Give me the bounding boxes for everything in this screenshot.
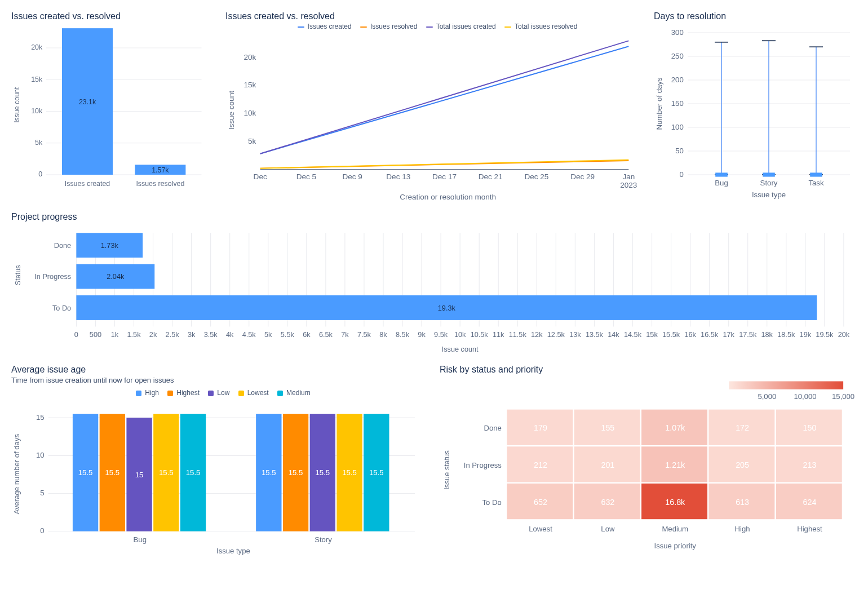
svg-text:3k: 3k [188,331,196,339]
svg-text:Dec 25: Dec 25 [524,172,548,181]
svg-text:Dec 13: Dec 13 [386,172,410,181]
svg-text:15.5: 15.5 [342,468,357,477]
svg-text:5k: 5k [248,137,256,145]
svg-text:11.5k: 11.5k [509,331,527,339]
svg-text:0: 0 [40,526,44,535]
svg-line-33 [260,46,629,153]
svg-text:14.5k: 14.5k [624,331,642,339]
svg-text:5,000: 5,000 [758,392,776,400]
svg-text:2.04k: 2.04k [107,273,125,281]
svg-text:18k: 18k [761,331,773,339]
svg-text:5.5k: 5.5k [281,331,295,339]
chart-title: Risk by status and priority [440,365,857,375]
chart-issues-line: Issue count 5k10k15k20k DecDec 5Dec 9Dec… [225,34,643,201]
svg-text:15.5: 15.5 [316,468,330,477]
panel-heatmap: Risk by status and priority 5,00010,0001… [440,365,857,555]
svg-text:Issue count: Issue count [227,91,236,130]
svg-text:15.5: 15.5 [105,468,120,477]
svg-text:2k: 2k [149,331,157,339]
svg-text:Lowest: Lowest [529,524,552,533]
svg-line-36 [260,160,629,169]
svg-text:15k: 15k [243,81,256,89]
svg-text:Status: Status [14,265,22,285]
svg-rect-66 [810,172,822,176]
svg-text:500: 500 [90,331,101,339]
svg-text:16.8k: 16.8k [665,497,685,506]
svg-text:2.5k: 2.5k [166,331,180,339]
svg-text:Dec 29: Dec 29 [570,172,595,181]
svg-text:15.5: 15.5 [369,468,384,477]
svg-text:Dec 17: Dec 17 [432,172,457,181]
svg-text:1.57k: 1.57k [152,166,169,174]
svg-text:Issues resolved: Issues resolved [136,180,184,188]
svg-text:632: 632 [601,497,614,506]
chart-title: Days to resolution [654,11,857,21]
svg-text:0: 0 [679,170,683,179]
svg-text:10k: 10k [31,107,43,115]
svg-text:15.5: 15.5 [78,468,93,477]
chart-title: Issues created vs. resolved [225,11,643,21]
svg-text:10,000: 10,000 [794,392,816,400]
svg-text:15.5k: 15.5k [662,331,680,339]
chart-average-age: Average number of days 051015 15.515.515… [11,400,428,555]
svg-text:Dec 21: Dec 21 [479,172,503,181]
svg-text:Done: Done [484,424,501,432]
svg-text:9k: 9k [418,331,426,339]
svg-text:Issue status: Issue status [442,450,451,489]
svg-text:19.3k: 19.3k [438,304,456,312]
svg-text:4.5k: 4.5k [242,331,256,339]
svg-text:12.5k: 12.5k [547,331,565,339]
svg-text:100: 100 [671,123,684,131]
svg-text:In Progress: In Progress [464,461,502,469]
svg-text:300: 300 [671,28,684,37]
svg-text:Highest: Highest [797,524,822,533]
svg-text:9.5k: 9.5k [434,331,448,339]
svg-text:15k: 15k [646,331,658,339]
svg-text:13.5k: 13.5k [586,331,604,339]
svg-text:5k: 5k [264,331,272,339]
svg-line-35 [260,41,629,153]
panel-issues-line: Issues created vs. resolved Issues creat… [225,11,643,201]
svg-text:To Do: To Do [52,304,71,312]
svg-text:8.5k: 8.5k [396,331,410,339]
chart-title: Average issue age [11,365,428,375]
svg-text:Task: Task [808,179,824,187]
svg-text:10: 10 [36,451,45,459]
svg-text:15.5: 15.5 [159,468,174,477]
svg-text:15: 15 [36,413,45,422]
svg-text:Issue count: Issue count [442,345,479,353]
svg-text:200: 200 [671,76,684,84]
svg-text:212: 212 [534,460,547,469]
svg-text:150: 150 [671,99,684,108]
chart-issues-bar: Issue count 05k10k15k20k 23.1k1.57k Issu… [11,23,214,194]
svg-text:18.5k: 18.5k [777,331,795,339]
svg-text:15k: 15k [31,76,43,83]
svg-text:4k: 4k [226,331,234,339]
svg-text:Jan: Jan [622,172,635,181]
svg-text:Bug: Bug [134,535,147,544]
svg-text:652: 652 [534,497,547,506]
svg-text:Issue type: Issue type [216,547,250,555]
svg-text:12k: 12k [531,331,543,339]
chart-title: Project progress [11,212,857,222]
svg-rect-61 [763,172,775,176]
svg-text:613: 613 [736,497,749,506]
chart-days-resolution: Number of days 050100150200250300 BugSto… [654,23,857,198]
svg-text:Creation or resolution month: Creation or resolution month [400,193,496,201]
svg-text:250: 250 [671,52,684,60]
svg-text:Story: Story [315,535,332,544]
svg-text:23.1k: 23.1k [79,98,96,106]
svg-text:Dec 5: Dec 5 [296,172,316,181]
svg-text:6k: 6k [303,331,311,339]
svg-text:179: 179 [534,423,547,432]
svg-text:11k: 11k [493,331,504,339]
svg-text:7.5k: 7.5k [357,331,371,339]
heatmap-legend [729,381,843,389]
panel-average-age: Average issue age Time from issue creati… [11,365,428,555]
svg-text:Dec: Dec [254,172,267,181]
svg-text:1.73k: 1.73k [101,242,119,250]
svg-text:2023: 2023 [620,181,637,189]
svg-text:10k: 10k [243,109,256,117]
svg-text:5k: 5k [35,139,43,147]
panel-days-resolution: Days to resolution Number of days 050100… [654,11,857,201]
